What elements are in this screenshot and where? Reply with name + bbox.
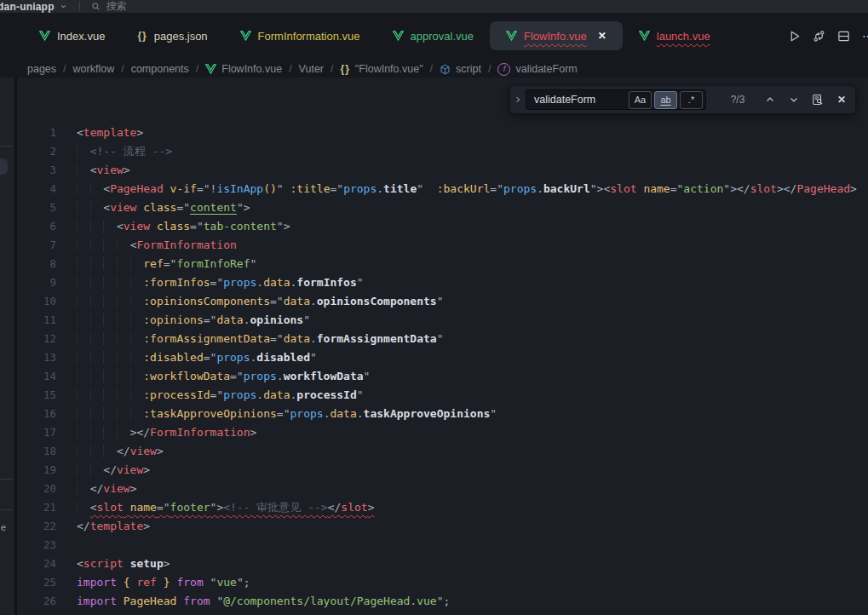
line-number[interactable]: 19 <box>17 461 56 480</box>
breadcrumb-separator: / <box>430 63 433 75</box>
line-number[interactable]: 24 <box>17 555 56 573</box>
breadcrumb-item-workflow[interactable]: workflow <box>73 63 115 75</box>
whole-word-button[interactable]: ab <box>654 91 677 109</box>
code-line-1[interactable]: 1<template> <box>17 124 868 142</box>
code-line-19[interactable]: 19 </view> <box>17 461 868 480</box>
code-line-23[interactable]: 23 <box>17 536 868 555</box>
code-line-3[interactable]: 3 <view> <box>17 161 868 180</box>
code-line-2[interactable]: 2 <!-- 流程 --> <box>17 142 868 161</box>
indent-guide <box>90 313 104 326</box>
line-number[interactable]: 8 <box>17 255 56 273</box>
braces-icon: {} <box>341 63 350 75</box>
match-case-button[interactable]: Aa <box>629 91 652 109</box>
line-number[interactable]: 5 <box>17 198 56 217</box>
line-number[interactable]: 3 <box>17 161 56 180</box>
vue-icon <box>506 31 517 41</box>
line-number[interactable]: 4 <box>17 180 56 198</box>
indent-guide <box>117 351 130 364</box>
run-button[interactable] <box>782 24 807 48</box>
code-line-26[interactable]: 26import PageHead from "@/components/lay… <box>17 592 868 611</box>
line-number[interactable]: 7 <box>17 236 56 255</box>
line-number[interactable]: 18 <box>17 442 56 461</box>
line-number[interactable]: 1 <box>17 124 56 142</box>
code-line-14[interactable]: 14 :workflowData="props.workflowData" <box>17 367 868 386</box>
toggle-replace-chevron-icon[interactable] <box>510 95 526 104</box>
breadcrumb-separator: / <box>63 63 66 75</box>
line-number[interactable]: 22 <box>17 517 56 536</box>
code-line-5[interactable]: 5 <view class="content"> <box>17 198 868 217</box>
line-number[interactable]: 2 <box>17 142 56 161</box>
code-line-13[interactable]: 13 :disabled="props.disabled" <box>17 348 868 367</box>
code-area[interactable]: 1<template>2 <!-- 流程 -->3 <view>4 <PageH… <box>17 124 868 611</box>
line-number[interactable]: 17 <box>17 423 56 442</box>
indent-guide <box>77 332 90 345</box>
code-line-20[interactable]: 20 </view> <box>17 480 868 498</box>
chevron-down-icon <box>789 95 799 105</box>
line-number[interactable]: 16 <box>17 405 56 423</box>
compare-changes-button[interactable] <box>807 24 831 48</box>
indent-guide <box>117 295 130 308</box>
code-line-4[interactable]: 4 <PageHead v-if="!isInApp()" :title="pr… <box>17 180 868 198</box>
breadcrumb-item-pages[interactable]: pages <box>27 63 56 75</box>
close-find-button[interactable]: ✕ <box>832 90 851 109</box>
tab-close-icon[interactable]: ✕ <box>598 30 606 42</box>
editor-pane[interactable]: e 1<template>2 <!-- 流程 -->3 <view>4 <Pag… <box>0 78 868 615</box>
line-number[interactable]: 14 <box>17 367 56 386</box>
code-line-25[interactable]: 25import { ref } from "vue"; <box>17 573 868 592</box>
tab-approval.vue[interactable]: approval.vue <box>377 21 490 50</box>
line-number[interactable]: 10 <box>17 292 56 311</box>
line-number[interactable]: 25 <box>17 573 56 592</box>
breadcrumb-item-FlowInfo.vue[interactable]: {}"FlowInfo.vue" <box>341 63 423 75</box>
code-line-12[interactable]: 12 :formAssignmentData="data.formAssignm… <box>17 330 868 348</box>
code-line-7[interactable]: 7 <FormInformation <box>17 236 868 255</box>
code-line-17[interactable]: 17 ></FormInformation> <box>17 423 868 442</box>
breadcrumb-item-FlowInfo.vue[interactable]: FlowInfo.vue <box>205 63 282 75</box>
line-content: </view> <box>56 461 150 480</box>
code-line-24[interactable]: 24<script setup> <box>17 555 868 573</box>
more-actions-button[interactable]: ⋯ <box>856 24 868 48</box>
line-number[interactable]: 20 <box>17 480 56 498</box>
line-number[interactable]: 11 <box>17 311 56 330</box>
tab-pages.json[interactable]: {}pages.json <box>121 21 223 50</box>
code-line-9[interactable]: 9 :formInfos="props.data.formInfos" <box>17 273 868 292</box>
code-line-22[interactable]: 22</template> <box>17 517 868 536</box>
line-number[interactable]: 15 <box>17 386 56 405</box>
tab-launch.vue[interactable]: launch.vue <box>623 21 727 50</box>
line-number[interactable]: 21 <box>17 498 56 517</box>
project-switcher[interactable]: dan-uniapp <box>0 1 67 13</box>
line-number[interactable]: 13 <box>17 348 56 367</box>
code-line-15[interactable]: 15 :processId="props.data.processId" <box>17 386 868 405</box>
split-editor-button[interactable] <box>831 24 856 48</box>
tab-FormInformation.vue[interactable]: FormInformation.vue <box>224 21 377 50</box>
line-number[interactable]: 6 <box>17 217 56 236</box>
breadcrumb-item-validateForm[interactable]: fvalidateForm <box>497 63 577 76</box>
find-input[interactable]: validateForm Aa ab .* <box>526 89 706 110</box>
line-number[interactable]: 12 <box>17 330 56 348</box>
breadcrumb-item-components[interactable]: components <box>131 63 189 75</box>
code-line-11[interactable]: 11 :opinions="data.opinions" <box>17 311 868 330</box>
line-number[interactable]: 9 <box>17 273 56 292</box>
code-line-8[interactable]: 8 ref="formInfoRef" <box>17 255 868 273</box>
next-match-button[interactable] <box>785 90 803 109</box>
find-in-selection-button[interactable] <box>808 90 827 109</box>
indent-guide <box>103 426 117 439</box>
code-line-16[interactable]: 16 :taskApproveOpinions="props.data.task… <box>17 405 868 423</box>
previous-match-button[interactable] <box>761 90 779 109</box>
line-number[interactable]: 26 <box>17 592 56 611</box>
breadcrumb-item-script[interactable]: script <box>440 63 481 75</box>
tab-FlowInfo.vue[interactable]: FlowInfo.vue✕ <box>490 21 623 50</box>
tab-Index.vue[interactable]: Index.vue <box>23 21 121 50</box>
global-search[interactable]: 搜索 <box>91 0 127 13</box>
line-number[interactable]: 23 <box>17 536 56 555</box>
indent-guide <box>77 201 90 214</box>
more-actions-icon: ⋯ <box>862 29 868 43</box>
code-line-18[interactable]: 18 </view> <box>17 442 868 461</box>
code-line-21[interactable]: 21 <slot name="footer"><!-- 审批意见 --></sl… <box>17 498 868 517</box>
code-line-10[interactable]: 10 :opinionsComponents="data.opinionsCom… <box>17 292 868 311</box>
breadcrumb-item-Vuter[interactable]: Vuter <box>299 63 324 75</box>
code-line-6[interactable]: 6 <view class="tab-content"> <box>17 217 868 236</box>
sidebar-handle[interactable] <box>0 158 8 175</box>
line-content: :workflowData="props.workflowData" <box>56 367 370 386</box>
indent-guide <box>77 501 90 514</box>
regex-button[interactable]: .* <box>680 91 703 109</box>
